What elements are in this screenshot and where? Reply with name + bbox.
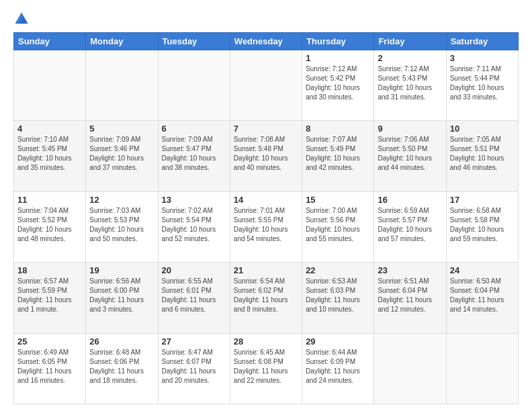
day-info: Sunrise: 7:06 AM Sunset: 5:50 PM Dayligh… (378, 135, 442, 173)
logo-icon (13, 11, 30, 27)
day-info: Sunrise: 6:45 AM Sunset: 6:08 PM Dayligh… (234, 348, 298, 385)
day-info: Sunrise: 7:04 AM Sunset: 5:52 PM Dayligh… (17, 206, 82, 244)
day-number: 18 (17, 265, 82, 275)
day-cell: 7Sunrise: 7:08 AM Sunset: 5:48 PM Daylig… (230, 121, 302, 191)
day-cell: 1Sunrise: 7:12 AM Sunset: 5:42 PM Daylig… (302, 50, 374, 121)
day-number: 25 (17, 336, 82, 347)
day-cell: 13Sunrise: 7:02 AM Sunset: 5:54 PM Dayli… (158, 191, 230, 262)
day-number: 16 (378, 195, 442, 205)
logo (13, 11, 35, 27)
day-cell: 29Sunrise: 6:44 AM Sunset: 6:09 PM Dayli… (302, 333, 374, 404)
day-cell: 16Sunrise: 6:59 AM Sunset: 5:57 PM Dayli… (374, 191, 446, 262)
day-info: Sunrise: 7:00 AM Sunset: 5:56 PM Dayligh… (306, 206, 370, 244)
day-number: 15 (306, 195, 370, 205)
day-cell (374, 333, 446, 404)
header (13, 11, 519, 27)
week-row-2: 11Sunrise: 7:04 AM Sunset: 5:52 PM Dayli… (14, 191, 519, 262)
day-number: 24 (450, 265, 515, 275)
day-cell (14, 50, 86, 121)
day-cell: 17Sunrise: 6:58 AM Sunset: 5:58 PM Dayli… (446, 191, 518, 262)
day-number: 27 (162, 336, 226, 347)
weekday-monday: Monday (86, 33, 158, 50)
day-number: 21 (234, 265, 298, 275)
day-info: Sunrise: 6:48 AM Sunset: 6:06 PM Dayligh… (89, 348, 154, 385)
weekday-friday: Friday (374, 33, 446, 50)
day-number: 28 (234, 336, 298, 347)
day-info: Sunrise: 6:54 AM Sunset: 6:02 PM Dayligh… (234, 277, 298, 314)
day-cell: 12Sunrise: 7:03 AM Sunset: 5:53 PM Dayli… (86, 191, 158, 262)
day-number: 10 (450, 124, 515, 134)
day-info: Sunrise: 7:02 AM Sunset: 5:54 PM Dayligh… (162, 206, 226, 244)
week-row-4: 25Sunrise: 6:49 AM Sunset: 6:05 PM Dayli… (14, 333, 519, 404)
day-number: 5 (89, 124, 154, 134)
day-info: Sunrise: 7:03 AM Sunset: 5:53 PM Dayligh… (89, 206, 154, 244)
day-number: 19 (89, 265, 154, 275)
day-number: 17 (450, 195, 515, 205)
weekday-sunday: Sunday (14, 33, 86, 50)
day-cell: 18Sunrise: 6:57 AM Sunset: 5:59 PM Dayli… (14, 263, 86, 333)
weekday-wednesday: Wednesday (230, 33, 302, 50)
day-number: 1 (306, 53, 370, 63)
day-number: 14 (234, 195, 298, 205)
calendar-table: SundayMondayTuesdayWednesdayThursdayFrid… (13, 32, 519, 404)
day-number: 20 (162, 265, 226, 275)
day-info: Sunrise: 7:07 AM Sunset: 5:49 PM Dayligh… (306, 135, 370, 173)
day-info: Sunrise: 7:05 AM Sunset: 5:51 PM Dayligh… (450, 135, 515, 173)
day-cell (158, 50, 230, 121)
day-cell: 20Sunrise: 6:55 AM Sunset: 6:01 PM Dayli… (158, 263, 230, 333)
day-info: Sunrise: 7:09 AM Sunset: 5:46 PM Dayligh… (89, 135, 154, 173)
day-number: 26 (89, 336, 154, 347)
day-cell: 28Sunrise: 6:45 AM Sunset: 6:08 PM Dayli… (230, 333, 302, 404)
day-info: Sunrise: 6:44 AM Sunset: 6:09 PM Dayligh… (306, 348, 370, 385)
day-cell: 25Sunrise: 6:49 AM Sunset: 6:05 PM Dayli… (14, 333, 86, 404)
day-info: Sunrise: 7:08 AM Sunset: 5:48 PM Dayligh… (234, 135, 298, 173)
day-number: 29 (306, 336, 370, 347)
day-info: Sunrise: 6:50 AM Sunset: 6:04 PM Dayligh… (450, 277, 515, 314)
day-number: 4 (17, 124, 82, 134)
weekday-tuesday: Tuesday (158, 33, 230, 50)
week-row-0: 1Sunrise: 7:12 AM Sunset: 5:42 PM Daylig… (14, 50, 519, 121)
day-cell: 11Sunrise: 7:04 AM Sunset: 5:52 PM Dayli… (14, 191, 86, 262)
day-number: 3 (450, 53, 515, 63)
weekday-saturday: Saturday (446, 33, 518, 50)
day-info: Sunrise: 6:56 AM Sunset: 6:00 PM Dayligh… (89, 277, 154, 314)
day-cell: 2Sunrise: 7:12 AM Sunset: 5:43 PM Daylig… (374, 50, 446, 121)
day-cell: 21Sunrise: 6:54 AM Sunset: 6:02 PM Dayli… (230, 263, 302, 333)
day-cell: 4Sunrise: 7:10 AM Sunset: 5:45 PM Daylig… (14, 121, 86, 191)
day-cell: 10Sunrise: 7:05 AM Sunset: 5:51 PM Dayli… (446, 121, 518, 191)
weekday-thursday: Thursday (302, 33, 374, 50)
day-cell (86, 50, 158, 121)
day-info: Sunrise: 6:51 AM Sunset: 6:04 PM Dayligh… (378, 277, 442, 314)
day-cell: 15Sunrise: 7:00 AM Sunset: 5:56 PM Dayli… (302, 191, 374, 262)
day-cell: 27Sunrise: 6:47 AM Sunset: 6:07 PM Dayli… (158, 333, 230, 404)
day-cell: 24Sunrise: 6:50 AM Sunset: 6:04 PM Dayli… (446, 263, 518, 333)
day-cell: 14Sunrise: 7:01 AM Sunset: 5:55 PM Dayli… (230, 191, 302, 262)
day-number: 2 (378, 53, 442, 63)
day-number: 23 (378, 265, 442, 275)
day-number: 12 (89, 195, 154, 205)
day-info: Sunrise: 7:12 AM Sunset: 5:43 PM Dayligh… (378, 64, 442, 102)
day-info: Sunrise: 7:01 AM Sunset: 5:55 PM Dayligh… (234, 206, 298, 244)
day-cell: 23Sunrise: 6:51 AM Sunset: 6:04 PM Dayli… (374, 263, 446, 333)
day-cell: 6Sunrise: 7:09 AM Sunset: 5:47 PM Daylig… (158, 121, 230, 191)
day-cell: 9Sunrise: 7:06 AM Sunset: 5:50 PM Daylig… (374, 121, 446, 191)
day-info: Sunrise: 7:12 AM Sunset: 5:42 PM Dayligh… (306, 64, 370, 102)
day-number: 13 (162, 195, 226, 205)
day-info: Sunrise: 6:47 AM Sunset: 6:07 PM Dayligh… (162, 348, 226, 385)
day-number: 8 (306, 124, 370, 134)
day-info: Sunrise: 7:11 AM Sunset: 5:44 PM Dayligh… (450, 64, 515, 102)
day-cell: 3Sunrise: 7:11 AM Sunset: 5:44 PM Daylig… (446, 50, 518, 121)
day-info: Sunrise: 6:53 AM Sunset: 6:03 PM Dayligh… (306, 277, 370, 314)
day-number: 9 (378, 124, 442, 134)
day-cell: 5Sunrise: 7:09 AM Sunset: 5:46 PM Daylig… (86, 121, 158, 191)
week-row-1: 4Sunrise: 7:10 AM Sunset: 5:45 PM Daylig… (14, 121, 519, 191)
day-number: 7 (234, 124, 298, 134)
day-cell: 26Sunrise: 6:48 AM Sunset: 6:06 PM Dayli… (86, 333, 158, 404)
day-cell (230, 50, 302, 121)
day-cell (446, 333, 518, 404)
day-cell: 22Sunrise: 6:53 AM Sunset: 6:03 PM Dayli… (302, 263, 374, 333)
day-info: Sunrise: 7:09 AM Sunset: 5:47 PM Dayligh… (162, 135, 226, 173)
page: SundayMondayTuesdayWednesdayThursdayFrid… (0, 0, 532, 411)
day-number: 22 (306, 265, 370, 275)
day-info: Sunrise: 6:57 AM Sunset: 5:59 PM Dayligh… (17, 277, 82, 314)
